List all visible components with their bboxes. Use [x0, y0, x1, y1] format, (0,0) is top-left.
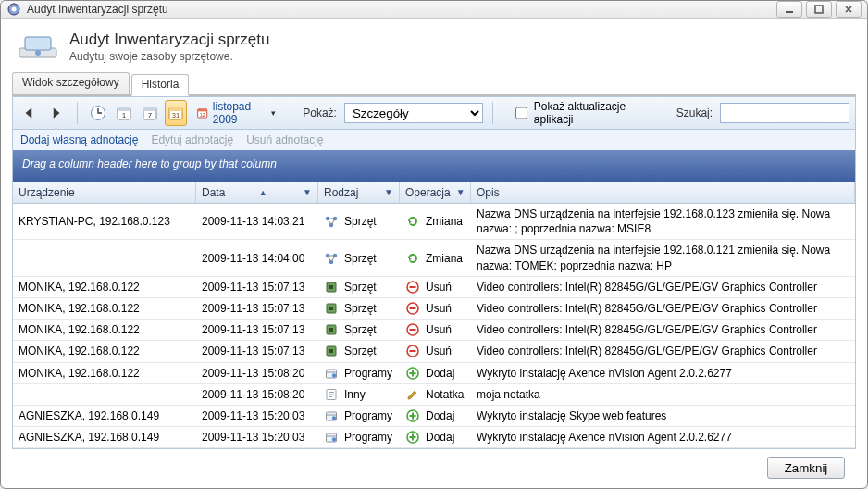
kind-label: Sprzęt — [344, 323, 377, 336]
filter-dropdown-icon[interactable]: ▼ — [456, 187, 465, 197]
column-header-description[interactable]: Opis — [471, 182, 855, 203]
svg-text:12: 12 — [200, 112, 205, 118]
toolbar-separator — [492, 102, 493, 124]
cell-device: MONIKA, 192.168.0.122 — [13, 320, 196, 340]
operation-label: Dodaj — [426, 409, 454, 422]
table-row[interactable]: MONIKA, 192.168.0.1222009-11-13 15:08:20… — [13, 363, 855, 384]
svg-rect-2 — [786, 11, 793, 13]
show-select[interactable]: Szczegóły — [344, 103, 483, 123]
close-button[interactable] — [836, 1, 862, 18]
table-row[interactable]: MONIKA, 192.168.0.1222009-11-13 15:07:13… — [13, 320, 855, 341]
view-week-button[interactable]: 7 — [139, 100, 161, 126]
add-annotation-link[interactable]: Dodaj własną adnotację — [20, 133, 138, 146]
svg-rect-37 — [410, 329, 416, 331]
kind-label: Sprzęt — [344, 252, 377, 265]
chip-icon — [324, 322, 339, 337]
app-window: Audyt Inwentaryzacji sprzętu — [0, 0, 868, 489]
minus-icon — [405, 322, 420, 337]
edit-annotation-link: Edytuj adnotację — [151, 133, 233, 146]
table-row[interactable]: MONIKA, 192.168.0.1222009-11-13 15:07:13… — [13, 341, 855, 362]
show-app-updates-checkbox[interactable]: Pokaż aktualizacje aplikacji — [512, 100, 647, 126]
cell-date: 2009-11-13 14:03:21 — [196, 204, 318, 239]
grid-header-row: Urządzenie Data▲▼ Rodzaj▼ Operacja▼ Opis — [13, 182, 855, 204]
tab-history[interactable]: Historia — [131, 74, 190, 96]
cell-device: AGNIESZKA, 192.168.0.149 — [13, 427, 196, 447]
cell-operation: Zmiana — [400, 204, 471, 239]
svg-text:7: 7 — [148, 111, 153, 119]
show-label: Pokaż: — [303, 107, 337, 119]
cell-description: Wykryto instalację Axence nVision Agent … — [471, 427, 855, 447]
sort-asc-icon: ▲ — [259, 188, 267, 197]
nav-back-button[interactable] — [19, 100, 41, 126]
table-row[interactable]: 2009-11-13 15:08:20InnyNotatkamoja notat… — [13, 384, 855, 406]
cell-operation: Usuń — [400, 298, 471, 319]
svg-rect-39 — [329, 349, 333, 353]
cell-device: KRYSTIAN-PC, 192.168.0.123 — [13, 204, 196, 239]
svg-rect-57 — [410, 436, 416, 438]
tab-detail-view[interactable]: Widok szczegółowy — [12, 72, 130, 94]
cell-kind: Sprzęt — [318, 320, 400, 340]
cell-date: 2009-11-13 14:04:00 — [196, 240, 318, 275]
column-header-date[interactable]: Data▲▼ — [196, 182, 318, 203]
operation-label: Zmiana — [426, 215, 463, 228]
svg-rect-29 — [410, 286, 416, 288]
period-picker[interactable]: 12 listopad 2009 ▾ — [191, 100, 281, 126]
search-input[interactable] — [720, 103, 849, 123]
refresh-icon — [405, 251, 420, 266]
chip-icon — [324, 301, 339, 316]
maximize-button[interactable] — [806, 1, 832, 18]
kind-label: Programy — [344, 431, 392, 444]
filter-dropdown-icon[interactable]: ▼ — [384, 187, 393, 197]
cell-operation: Dodaj — [400, 427, 471, 447]
window-title: Audyt Inwentaryzacji sprzętu — [27, 3, 776, 16]
svg-rect-35 — [329, 328, 333, 332]
table-row[interactable]: MONIKA, 192.168.0.1222009-11-13 15:07:13… — [13, 277, 855, 298]
cell-description: Wykryto instalację Skype web features — [471, 406, 855, 426]
package-icon — [324, 408, 339, 423]
table-row[interactable]: KRYSTIAN-PC, 192.168.0.1232009-11-13 14:… — [13, 204, 855, 240]
view-month-button[interactable]: 31 — [165, 100, 187, 126]
table-row[interactable]: 2009-11-13 14:04:00SprzętZmianaNazwa DNS… — [13, 240, 855, 276]
package-icon — [324, 366, 339, 381]
svg-point-43 — [332, 373, 336, 377]
view-today-button[interactable] — [86, 100, 108, 126]
column-header-kind[interactable]: Rodzaj▼ — [318, 182, 400, 203]
footer: Zamknij — [12, 449, 856, 488]
cell-device: AGNIESZKA, 192.168.0.149 — [13, 406, 196, 426]
cell-operation: Dodaj — [400, 363, 471, 383]
operation-label: Usuń — [426, 323, 452, 336]
table-row[interactable]: MONIKA, 192.168.0.1222009-11-13 15:07:13… — [13, 298, 855, 320]
pencil-icon — [405, 387, 420, 402]
svg-point-1 — [12, 7, 17, 12]
toolbar-separator — [77, 102, 78, 124]
table-row[interactable]: AGNIESZKA, 192.168.0.1492009-11-13 15:20… — [13, 406, 855, 427]
nav-forward-button[interactable] — [44, 100, 67, 126]
svg-point-6 — [35, 50, 41, 56]
minimize-button[interactable] — [776, 1, 802, 18]
chip-icon — [324, 344, 339, 358]
column-header-device[interactable]: Urządzenie — [13, 182, 196, 203]
cell-operation: Usuń — [400, 320, 471, 340]
titlebar: Audyt Inwentaryzacji sprzętu — [1, 1, 867, 19]
cell-description: moja notatka — [471, 384, 855, 405]
kind-label: Inny — [344, 388, 366, 401]
svg-text:31: 31 — [172, 111, 180, 119]
cell-kind: Sprzęt — [318, 341, 400, 361]
view-day-button[interactable]: 1 — [113, 100, 135, 126]
kind-label: Sprzęt — [344, 302, 377, 315]
grouping-bar[interactable]: Drag a column header here to group by th… — [12, 150, 856, 182]
close-button[interactable]: Zamknij — [767, 457, 845, 479]
operation-label: Notatka — [426, 388, 464, 401]
cell-device — [13, 384, 196, 405]
cell-description: Video controllers: Intel(R) 82845G/GL/GE… — [471, 341, 855, 361]
svg-rect-46 — [410, 372, 416, 374]
operation-label: Usuń — [426, 281, 452, 294]
cell-device: MONIKA, 192.168.0.122 — [13, 277, 196, 297]
cell-device: MONIKA, 192.168.0.122 — [13, 363, 196, 383]
cell-description: Nazwa DNS urządzenia na interfejsie 192.… — [471, 240, 855, 275]
cell-date: 2009-11-13 15:07:13 — [196, 277, 318, 297]
table-row[interactable]: AGNIESZKA, 192.168.0.1492009-11-13 15:20… — [13, 427, 855, 448]
filter-dropdown-icon[interactable]: ▼ — [303, 187, 312, 197]
column-header-operation[interactable]: Operacja▼ — [400, 182, 471, 203]
show-app-updates-input[interactable] — [515, 107, 527, 119]
